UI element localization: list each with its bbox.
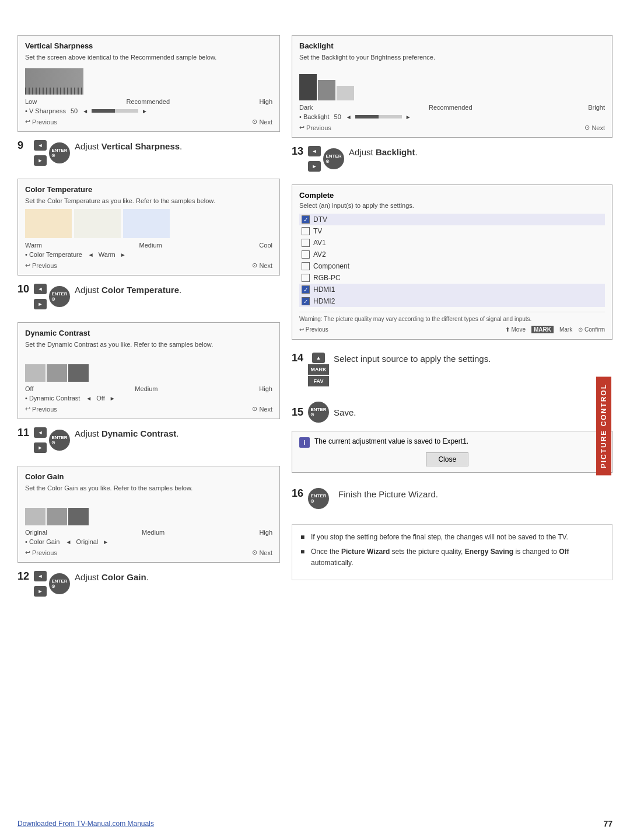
sharpness-next-btn[interactable]: ⊙ Next [252, 118, 272, 126]
footer-link[interactable]: Downloaded From TV-Manual.com Manuals [18, 820, 154, 828]
av1-checkbox[interactable] [302, 239, 310, 247]
bl-prev-btn[interactable]: ↩ Previous [299, 124, 331, 131]
color-temp-nav: ↩ Previous ⊙ Next [25, 262, 272, 269]
ct-medium-sample [74, 209, 121, 238]
ct-warm-sample [25, 209, 72, 238]
step-14-number: 14 [292, 353, 303, 363]
cg-desc: Set the Color Gain as you like. Refer to… [25, 485, 272, 492]
enter-btn-12[interactable]: ENTER⊙ [49, 573, 70, 594]
up-btn-14[interactable]: ▲ [312, 353, 325, 363]
dc-off-sample [25, 364, 46, 382]
input-dtv[interactable]: ✓ DTV [299, 214, 605, 225]
save-notification-box: i The current adjustment value is saved … [292, 431, 612, 473]
sharpness-right-arrow[interactable]: ► [142, 108, 148, 114]
backlight-scale: Dark Recommended Bright [299, 104, 605, 111]
bl-bright-sample [337, 86, 354, 100]
cg-prev-btn[interactable]: ↩ Previous [25, 549, 57, 556]
enter-btn-16[interactable]: ENTER⊙ [308, 488, 329, 509]
dc-left-arrow[interactable]: ◄ [86, 395, 92, 402]
input-hdmi2[interactable]: ✓ HDMI2 [299, 295, 605, 307]
backlight-slider-row: • Backlight 50 ◄ ► [299, 113, 605, 120]
rgb-pc-checkbox[interactable] [302, 274, 310, 282]
right-btn[interactable]: ► [34, 155, 47, 166]
input-tv[interactable]: TV [299, 225, 605, 237]
input-hdmi1[interactable]: ✓ HDMI1 [299, 284, 605, 295]
cg-next-btn[interactable]: ⊙ Next [252, 549, 272, 556]
av2-checkbox[interactable] [302, 250, 310, 259]
step-12-number: 12 [18, 571, 29, 581]
dc-prev-btn[interactable]: ↩ Previous [25, 405, 57, 413]
cg-right-arrow[interactable]: ► [103, 539, 108, 545]
hdmi2-checkbox[interactable]: ✓ [302, 297, 310, 305]
backlight-nav: ↩ Previous ⊙ Next [299, 124, 605, 131]
step-16-number: 16 [292, 488, 303, 499]
bl-right-arrow[interactable]: ► [405, 114, 411, 120]
left-btn-10[interactable]: ◄ [34, 284, 47, 294]
left-btn-12[interactable]: ◄ [34, 571, 47, 581]
complete-desc: Select (an) input(s) to apply the settin… [299, 202, 605, 209]
fav-remote-btn[interactable]: FAV [308, 376, 329, 386]
cg-high-sample [68, 508, 89, 525]
dc-next-btn[interactable]: ⊙ Next [252, 405, 272, 413]
cg-left-arrow[interactable]: ◄ [66, 539, 72, 545]
sharpness-left-arrow[interactable]: ◄ [82, 108, 88, 114]
right-btn-11[interactable]: ► [34, 442, 47, 453]
left-btn-11[interactable]: ◄ [34, 427, 47, 438]
left-btn[interactable]: ◄ [34, 140, 47, 151]
note-bullet-1: ■ [300, 532, 307, 543]
step-12-text: Adjust Color Gain. [75, 571, 149, 583]
cg-med-sample [47, 508, 67, 525]
step-15-row: 15 ENTER⊙ Save. i The current adjustment… [292, 399, 612, 475]
enter-btn-13[interactable]: ENTER⊙ [323, 148, 344, 169]
hdmi1-checkbox[interactable]: ✓ [302, 285, 310, 294]
ct-prev-btn[interactable]: ↩ Previous [25, 262, 57, 269]
input-rgb-pc[interactable]: RGB-PC [299, 272, 605, 284]
sharpness-scale: Low Recommended High [25, 98, 272, 105]
dc-right-arrow[interactable]: ► [110, 395, 116, 402]
sharpness-samples [25, 65, 272, 95]
color-temp-title: Color Temperature [25, 185, 272, 194]
enter-btn-10[interactable]: ENTER⊙ [49, 286, 70, 307]
complete-title: Complete [299, 191, 605, 200]
ct-left-arrow[interactable]: ◄ [88, 252, 94, 258]
complete-prev-btn[interactable]: ↩ Previous [299, 326, 328, 333]
step-15-number: 15 [292, 407, 303, 417]
close-button[interactable]: Close [426, 452, 468, 466]
backlight-desc: Set the Backlight to your Brightness pre… [299, 54, 605, 61]
input-component[interactable]: Component [299, 260, 605, 272]
cg-scale: Original Medium High [25, 529, 272, 536]
right-btn-12[interactable]: ► [34, 586, 47, 597]
page-number: 77 [603, 819, 612, 828]
sharpness-prev-btn[interactable]: ↩ Previous [25, 118, 57, 126]
input-av1[interactable]: AV1 [299, 237, 605, 249]
enter-btn-15[interactable]: ENTER⊙ [308, 402, 329, 423]
right-btn-10[interactable]: ► [34, 299, 47, 309]
left-column: Vertical Sharpness Set the screen above … [18, 35, 280, 817]
dtv-checkbox[interactable]: ✓ [302, 215, 310, 224]
step-11-text: Adjust Dynamic Contrast. [75, 427, 178, 440]
ct-right-arrow[interactable]: ► [120, 252, 126, 258]
left-btn-13[interactable]: ◄ [308, 146, 321, 156]
mark-remote-btn[interactable]: MARK [308, 364, 329, 375]
save-notice-text: The current adjustment value is saved to… [314, 437, 468, 445]
cg-nav: ↩ Previous ⊙ Next [25, 549, 272, 556]
step-13-remote: ◄ ► ENTER⊙ [308, 146, 344, 172]
enter-btn-11[interactable]: ENTER⊙ [49, 430, 70, 451]
color-temperature-box: Color Temperature Set the Color Temperat… [18, 179, 280, 276]
right-btn-13[interactable]: ► [308, 161, 321, 172]
tv-checkbox[interactable] [302, 227, 310, 235]
input-av2[interactable]: AV2 [299, 249, 605, 260]
mark-btn[interactable]: MARK [531, 326, 554, 333]
color-temp-scale: Warm Medium Cool [25, 242, 272, 249]
bl-left-arrow[interactable]: ◄ [346, 114, 352, 120]
ct-cool-sample [123, 209, 170, 238]
sharpness-slider-row: • V Sharpness 50 ◄ ► [25, 107, 272, 114]
enter-btn-9[interactable]: ENTER⊙ [49, 142, 70, 163]
ct-next-btn[interactable]: ⊙ Next [252, 262, 272, 269]
sharpness-nav: ↩ Previous ⊙ Next [25, 118, 272, 126]
step-11-row: 11 ◄ ► ENTER⊙ Adjust Dynamic Contrast. [18, 425, 280, 455]
right-column: Backlight Set the Backlight to your Brig… [292, 35, 612, 817]
prev-icon: ↩ [25, 118, 30, 126]
component-checkbox[interactable] [302, 262, 310, 270]
step-12-row: 12 ◄ ► ENTER⊙ Adjust Color Gain. [18, 569, 280, 599]
